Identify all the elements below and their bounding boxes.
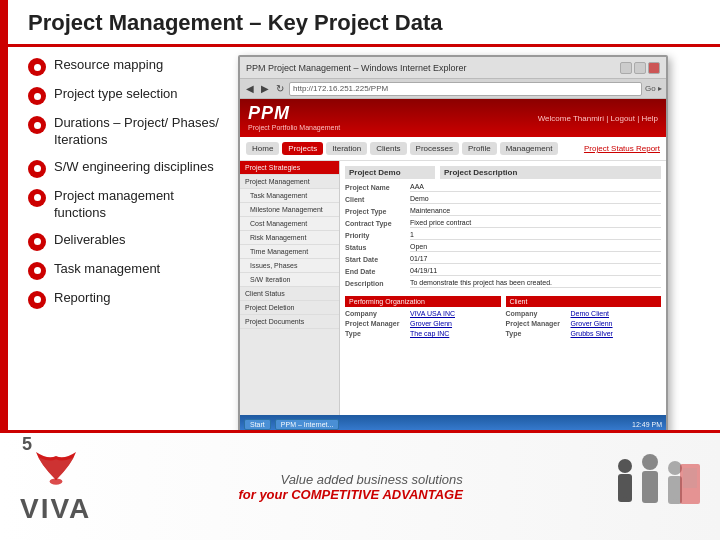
form-row-priority: Priority 1 <box>345 231 661 240</box>
bullet-icon <box>28 291 46 309</box>
sidebar-risk[interactable]: Risk Management <box>240 231 339 245</box>
type-row: Type The cap INC <box>345 330 501 337</box>
refresh-button[interactable]: ↻ <box>274 83 286 94</box>
address-bar[interactable]: http://172.16.251.225/PPM <box>289 82 642 96</box>
ppm-user-info: Welcome Thanmiri | Logout | Help <box>538 114 658 123</box>
svg-point-0 <box>49 478 62 484</box>
ppm-status-report-link[interactable]: Project Status Report <box>584 144 660 153</box>
list-item-sw-engineering: S/W engineering disciplines <box>28 159 228 178</box>
svg-point-1 <box>618 459 632 473</box>
forward-button[interactable]: ▶ <box>259 83 271 94</box>
form-row-contract-type: Contract Type Fixed price contract <box>345 219 661 228</box>
bullet-icon <box>28 116 46 134</box>
bullet-icon <box>28 189 46 207</box>
list-item-pm-functions: Project management functions <box>28 188 228 222</box>
sidebar-project-management[interactable]: Project Management <box>240 175 339 189</box>
page-footer: 5 VIVA Value added business solutions fo… <box>0 430 720 540</box>
nav-management[interactable]: Management <box>500 142 559 155</box>
bullet-icon <box>28 160 46 178</box>
footer-tagline: Value added business solutions for your … <box>238 472 462 502</box>
minimize-button[interactable] <box>620 62 632 74</box>
viva-bird-logo <box>31 448 81 488</box>
browser-titlebar: PPM Project Management – Windows Interne… <box>240 57 666 79</box>
performing-org-header: Performing Organization <box>345 296 501 307</box>
svg-rect-7 <box>642 473 649 499</box>
client-pm-row: Project Manager Grover Glenn <box>506 320 662 327</box>
form-row-status: Status Open <box>345 243 661 252</box>
taskbar-time: 12:49 PM <box>632 421 662 428</box>
browser-controls <box>620 62 660 74</box>
nav-projects[interactable]: Projects <box>282 142 323 155</box>
svg-rect-11 <box>668 478 674 500</box>
browser-window: PPM Project Management – Windows Interne… <box>238 55 668 430</box>
company-row: Company VIVA USA INC <box>345 310 501 317</box>
maximize-button[interactable] <box>634 62 646 74</box>
svg-point-5 <box>642 454 658 470</box>
list-item-reporting: Reporting <box>28 290 228 309</box>
people-silhouette <box>610 454 700 519</box>
browser-screenshot-panel: PPM Project Management – Windows Interne… <box>238 47 720 430</box>
form-row-end-date: End Date 04/19/11 <box>345 267 661 276</box>
close-button[interactable] <box>648 62 660 74</box>
list-item-durations: Durations – Project/ Phases/ Iterations <box>28 115 228 149</box>
bullet-icon <box>28 87 46 105</box>
back-button[interactable]: ◀ <box>244 83 256 94</box>
sidebar-project-strategies[interactable]: Project Strategies <box>240 161 339 175</box>
page-number: 5 <box>22 434 32 455</box>
pm-row: Project Manager Grover Glenn <box>345 320 501 327</box>
list-item-deliverables: Deliverables <box>28 232 228 251</box>
project-list-header: Project Demo <box>345 166 435 179</box>
list-item-resource-mapping: Resource mapping <box>28 57 228 76</box>
client-type-row: Type Grubbs Silver <box>506 330 662 337</box>
client-header: Client <box>506 296 662 307</box>
sidebar-project-deletion[interactable]: Project Deletion <box>240 301 339 315</box>
footer-people-graphic <box>610 454 700 519</box>
nav-profile[interactable]: Profile <box>462 142 497 155</box>
svg-rect-8 <box>651 473 658 499</box>
ppm-main-area: Project Strategies Project Management Ta… <box>240 161 666 415</box>
bullet-icon <box>28 233 46 251</box>
sidebar-milestone[interactable]: Milestone Management <box>240 203 339 217</box>
nav-processes[interactable]: Processes <box>410 142 459 155</box>
nav-clients[interactable]: Clients <box>370 142 406 155</box>
performing-org-col: Company VIVA USA INC Project Manager Gro… <box>345 310 501 340</box>
list-item-project-type: Project type selection <box>28 86 228 105</box>
sidebar-client-status[interactable]: Client Status <box>240 287 339 301</box>
ppm-logo-subtitle: Project Portfolio Management <box>248 124 340 132</box>
nav-iteration[interactable]: Iteration <box>326 142 367 155</box>
client-col: Company Demo Client Project Manager Grov… <box>506 310 662 340</box>
ppm-logo: PPM <box>248 103 340 124</box>
ppm-taskbar-item[interactable]: PPM – Internet... <box>275 419 340 430</box>
browser-taskbar: Start PPM – Internet... 12:49 PM <box>240 415 666 430</box>
svg-rect-3 <box>618 476 624 498</box>
project-desc-header: Project Description <box>440 166 661 179</box>
form-row-description: Description To demonstrate this project … <box>345 279 661 288</box>
nav-home[interactable]: Home <box>246 142 279 155</box>
sidebar-time[interactable]: Time Management <box>240 245 339 259</box>
go-button[interactable]: Go ▸ <box>645 84 662 93</box>
start-button[interactable]: Start <box>244 419 271 430</box>
sidebar-iteration[interactable]: S/W Iteration <box>240 273 339 287</box>
viva-logo-text: VIVA <box>20 493 91 525</box>
sidebar-issues[interactable]: Issues, Phases <box>240 259 339 273</box>
list-item-task-management: Task management <box>28 261 228 280</box>
svg-rect-4 <box>626 476 632 498</box>
footer-logo-area: VIVA <box>20 448 91 525</box>
ppm-navigation: Home Projects Iteration Clients Processe… <box>240 137 666 161</box>
browser-toolbar: ◀ ▶ ↻ http://172.16.251.225/PPM Go ▸ <box>240 79 666 99</box>
bullet-list-panel: Resource mapping Project type selection … <box>8 47 238 430</box>
ppm-sidebar: Project Strategies Project Management Ta… <box>240 161 340 415</box>
ppm-application: PPM Project Portfolio Management Welcome… <box>240 99 666 430</box>
form-row-project-name: Project Name AAA <box>345 183 661 192</box>
ppm-header: PPM Project Portfolio Management Welcome… <box>240 99 666 137</box>
page-title: Project Management – Key Project Data <box>28 10 700 36</box>
svg-rect-14 <box>683 468 697 488</box>
form-row-start-date: Start Date 01/17 <box>345 255 661 264</box>
svg-point-9 <box>668 461 682 475</box>
sidebar-documents[interactable]: Project Documents <box>240 315 339 329</box>
client-company-row: Company Demo Client <box>506 310 662 317</box>
bullet-icon <box>28 262 46 280</box>
sidebar-task-management[interactable]: Task Management <box>240 189 339 203</box>
bullet-icon <box>28 58 46 76</box>
sidebar-cost[interactable]: Cost Management <box>240 217 339 231</box>
